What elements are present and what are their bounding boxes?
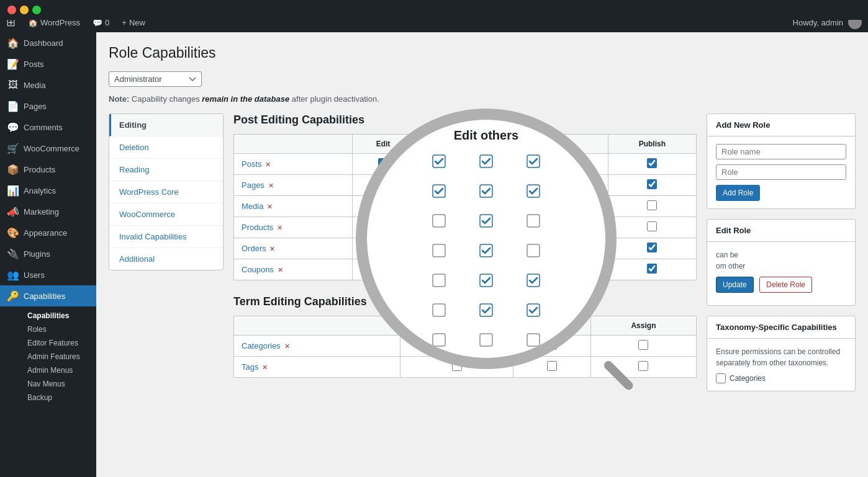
sidebar-item-analytics[interactable]: 📊 Analytics (0, 180, 96, 201)
cap-link[interactable]: Pages (242, 181, 264, 190)
sidebar-item-plugins[interactable]: 🔌 Plugins (0, 243, 96, 264)
publish-checkbox[interactable] (647, 158, 657, 168)
manage-checkbox[interactable] (452, 361, 462, 371)
sidebar-label-users: Users (24, 270, 45, 280)
assign-checkbox[interactable] (638, 340, 648, 350)
edit-others-checkbox[interactable] (546, 221, 556, 231)
cap-link[interactable]: Media (242, 202, 263, 211)
edit-checkbox[interactable] (378, 200, 388, 210)
create-checkbox[interactable] (450, 200, 459, 210)
cell-edit (352, 238, 414, 259)
edit-checkbox[interactable] (378, 221, 388, 231)
cap-link[interactable]: Tags (242, 362, 258, 372)
remove-icon[interactable]: ✕ (284, 342, 290, 350)
sub-admin-features[interactable]: Admin Features (24, 350, 96, 363)
tab-deletion[interactable]: Deletion (109, 136, 223, 159)
mac-minimize-button[interactable] (20, 6, 29, 14)
cell-manage (400, 336, 513, 357)
edit-checkbox[interactable] (378, 179, 388, 189)
edit-role-hint: can beom other (716, 249, 846, 272)
remove-icon[interactable]: ✕ (268, 182, 274, 189)
remove-icon[interactable]: ✕ (262, 363, 268, 371)
sub-admin-menus[interactable]: Admin Menus (24, 363, 96, 377)
cap-link[interactable]: Categories (242, 341, 281, 350)
publish-checkbox[interactable] (647, 264, 657, 274)
remove-icon[interactable]: ✕ (265, 161, 271, 168)
role-id-input[interactable] (716, 164, 846, 180)
tab-wordpress-core[interactable]: WordPress Core (109, 181, 223, 203)
table-row: Posts ✕ (234, 154, 697, 175)
role-select[interactable]: Administrator Editor Author Contributor … (109, 71, 202, 87)
role-name-input[interactable] (716, 144, 846, 159)
sidebar-item-marketing[interactable]: 📣 Marketing (0, 201, 96, 222)
edit-others-checkbox[interactable] (546, 243, 556, 252)
edit-others-checkbox[interactable] (546, 179, 556, 189)
tab-editing[interactable]: Editing (109, 114, 223, 136)
sidebar-item-posts[interactable]: 📝 Posts (0, 53, 96, 74)
mac-close-button[interactable] (7, 6, 16, 14)
tab-invalid[interactable]: Invalid Capabilities (109, 226, 223, 248)
sidebar-item-media[interactable]: 🖼 Media (0, 74, 96, 96)
remove-icon[interactable]: ✕ (277, 224, 283, 231)
tab-additional[interactable]: Additional (109, 248, 223, 270)
remove-icon[interactable]: ✕ (269, 245, 275, 252)
sidebar-item-woocommerce[interactable]: 🛒 WooCommerce (0, 138, 96, 159)
sidebar-label-posts: Posts (24, 60, 44, 69)
sub-nav-menus[interactable]: Nav Menus (24, 377, 96, 391)
cell-edit (513, 336, 591, 357)
edit-others-checkbox[interactable] (546, 200, 556, 210)
tab-woocommerce[interactable]: WooCommerce (109, 203, 223, 226)
sub-roles[interactable]: Roles (24, 323, 96, 336)
cap-link[interactable]: Coupons (242, 265, 274, 274)
cap-link[interactable]: Products (242, 223, 273, 232)
tab-reading[interactable]: Reading (109, 159, 223, 181)
sidebar-item-pages[interactable]: 📄 Pages (0, 96, 96, 117)
sub-capabilities[interactable]: Capabilities (24, 309, 96, 323)
table-row: Categories ✕ (234, 336, 697, 357)
sub-editor-features[interactable]: Editor Features (24, 336, 96, 350)
sidebar-item-appearance[interactable]: 🎨 Appearance (0, 222, 96, 243)
edit-checkbox[interactable] (547, 340, 557, 350)
cap-link[interactable]: Posts (242, 159, 262, 169)
delete-role-button[interactable]: Delete Role (759, 277, 812, 293)
edit-checkbox[interactable] (378, 243, 388, 252)
sidebar-label-marketing: Marketing (24, 207, 59, 216)
sidebar-item-dashboard[interactable]: 🏠 Dashboard (0, 32, 96, 53)
create-checkbox[interactable] (450, 243, 459, 252)
create-checkbox[interactable] (450, 158, 459, 168)
edit-others-checkbox[interactable] (546, 158, 556, 168)
cell-edit-others (495, 259, 608, 280)
cap-link[interactable]: Orders (242, 244, 266, 253)
publish-checkbox[interactable] (647, 179, 657, 189)
create-checkbox[interactable] (450, 179, 459, 189)
sidebar-item-capabilities[interactable]: 🔑 Capabilities (0, 285, 96, 306)
edit-role-box: Edit Role can beom other Update Delete R… (707, 219, 856, 306)
create-checkbox[interactable] (450, 264, 459, 274)
remove-icon[interactable]: ✕ (278, 266, 283, 274)
edit-checkbox[interactable] (378, 264, 388, 274)
cell-create (414, 259, 495, 280)
remove-icon[interactable]: ✕ (267, 203, 273, 210)
edit-checkbox[interactable] (378, 158, 388, 168)
sidebar-item-users[interactable]: 👥 Users (0, 264, 96, 285)
create-checkbox[interactable] (450, 221, 459, 231)
pages-icon: 📄 (7, 100, 19, 112)
publish-checkbox[interactable] (647, 221, 657, 231)
edit-others-checkbox[interactable] (546, 264, 556, 274)
sidebar-label-plugins: Plugins (24, 249, 50, 259)
taxonomy-categories-checkbox[interactable] (716, 373, 726, 383)
publish-checkbox[interactable] (647, 200, 657, 210)
publish-checkbox[interactable] (647, 243, 657, 252)
sidebar-item-comments[interactable]: 💬 Comments (0, 117, 96, 138)
sidebar-item-products[interactable]: 📦 Products (0, 159, 96, 180)
add-role-button[interactable]: Add Role (716, 185, 760, 201)
assign-checkbox[interactable] (638, 361, 648, 371)
mac-maximize-button[interactable] (32, 6, 41, 14)
cell-publish (608, 154, 696, 175)
manage-checkbox[interactable] (452, 340, 462, 350)
capabilities-icon: 🔑 (7, 290, 19, 301)
sub-backup[interactable]: Backup (24, 391, 96, 404)
edit-checkbox[interactable] (547, 361, 557, 371)
update-role-button[interactable]: Update (716, 277, 754, 293)
cell-manage (400, 357, 513, 378)
